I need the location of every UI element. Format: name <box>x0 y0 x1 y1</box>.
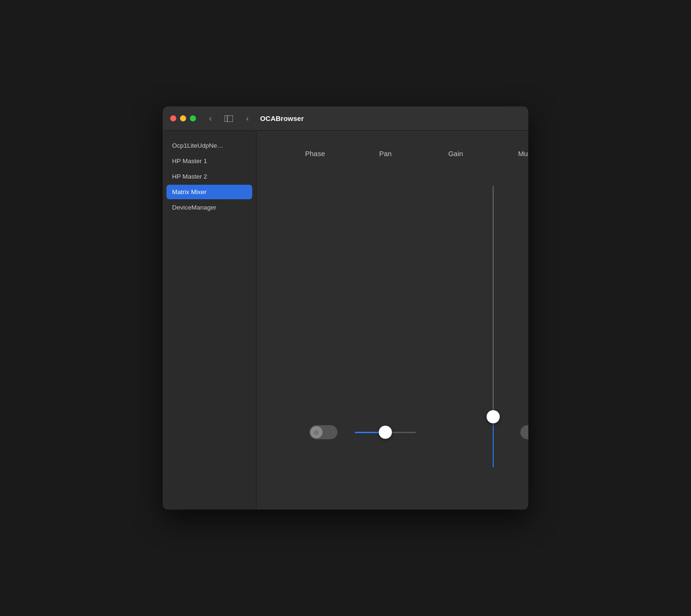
titlebar: ‹ ‹ OCABrowser <box>163 106 528 131</box>
mute-header: Mute <box>496 150 528 158</box>
pan-header: Pan <box>355 150 416 158</box>
gain-column <box>416 432 486 433</box>
sidebar-toggle-button[interactable] <box>221 113 237 124</box>
maximize-button[interactable] <box>190 115 196 121</box>
phase-header: Phase <box>285 150 346 158</box>
window-title: OCABrowser <box>260 114 304 122</box>
titlebar-controls: ‹ ‹ OCABrowser <box>205 113 521 125</box>
controls-container <box>270 176 528 496</box>
back-button[interactable]: ‹ <box>205 113 215 125</box>
main-panel: Phase Pan Gain Mute <box>256 131 528 510</box>
sidebar-item-hp2[interactable]: HP Master 2 <box>166 169 252 184</box>
svg-rect-0 <box>225 115 233 122</box>
gain-header: Gain <box>425 150 486 158</box>
sidebar-item-matrix[interactable]: Matrix Mixer <box>166 185 252 199</box>
gain-slider-knob[interactable] <box>487 410 500 423</box>
gain-slider-wrapper[interactable] <box>486 186 500 467</box>
mute-toggle[interactable] <box>520 425 529 439</box>
sidebar-item-device[interactable]: DeviceManager <box>166 200 252 215</box>
nav-back-button[interactable]: ‹ <box>242 113 252 125</box>
traffic-lights <box>170 115 196 121</box>
sidebar-item-ocp1[interactable]: Ocp1LiteUdpNe… <box>166 138 252 153</box>
phase-toggle[interactable] <box>309 425 338 439</box>
pan-slider[interactable] <box>355 425 416 439</box>
sidebar: Ocp1LiteUdpNe… HP Master 1 HP Master 2 M… <box>163 131 256 510</box>
pan-slider-knob[interactable] <box>379 426 392 439</box>
sidebar-item-hp1[interactable]: HP Master 1 <box>166 154 252 168</box>
pan-column <box>346 425 416 439</box>
phase-toggle-knob <box>310 426 323 438</box>
main-content: Ocp1LiteUdpNe… HP Master 1 HP Master 2 M… <box>163 131 528 510</box>
phase-column <box>275 425 346 439</box>
minimize-button[interactable] <box>180 115 186 121</box>
column-headers: Phase Pan Gain Mute <box>270 150 528 158</box>
app-window: ‹ ‹ OCABrowser Ocp1LiteUdpNe… HP Master … <box>163 106 528 510</box>
gain-slider-track <box>493 186 494 467</box>
close-button[interactable] <box>170 115 176 121</box>
